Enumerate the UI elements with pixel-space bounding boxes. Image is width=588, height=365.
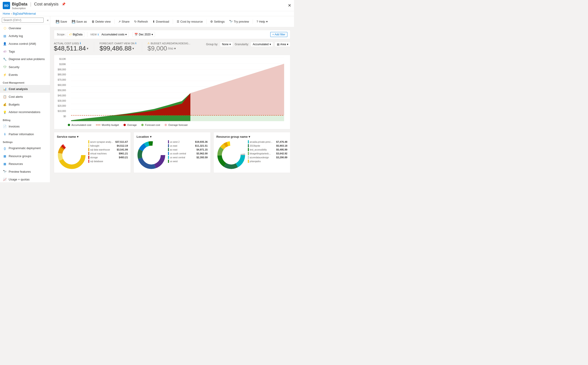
budget-per-month: /mo	[168, 47, 173, 50]
overage-forecast-dot	[164, 124, 167, 126]
date-chevron-icon: ▾	[151, 33, 153, 36]
sidebar-item-security[interactable]: 🛡 Security	[0, 63, 50, 71]
sidebar-label-resources: Resources	[9, 162, 23, 166]
filter-bar: Scope : 🏷 BigData VIEW ℹ Accumulated cos…	[54, 30, 290, 39]
chart-legend: Accumulated cost Monthly budget Overage …	[68, 124, 287, 126]
sidebar-item-invoices[interactable]: 📄 Invoices	[0, 122, 50, 130]
sidebar-item-advisor[interactable]: 💡 Advisor recommendations	[0, 108, 50, 116]
y-label: $100K	[59, 63, 66, 66]
sidebar-item-usage[interactable]: 📈 Usage + quotas	[0, 175, 50, 182]
group-by-chevron-icon: ▾	[229, 43, 231, 46]
settings-icon: ⚙	[210, 20, 213, 23]
group-by-value: None	[222, 43, 229, 46]
sidebar-label-diagnose: Diagnose and solve problems	[9, 57, 45, 61]
sidebar-item-partner[interactable]: ℹ Partner information	[0, 130, 50, 138]
sidebar-item-resources[interactable]: ▦ Resources	[0, 160, 50, 168]
sidebar-section-billing: Billing	[0, 116, 50, 122]
refresh-button[interactable]: ↻ Refresh	[132, 19, 150, 24]
granularity-button[interactable]: Accumulated ▾	[251, 42, 273, 47]
programmatic-icon: {}	[3, 146, 7, 150]
page-title: Cost analysis	[34, 2, 58, 7]
download-button[interactable]: ⬇ Download	[151, 19, 171, 24]
help-button[interactable]: ? Help ▾	[255, 19, 270, 24]
actual-cost-value: $48,511.84	[54, 45, 86, 52]
filter-view-section: VIEW ℹ Accumulated costs ▾	[90, 32, 129, 37]
security-icon: 🛡	[3, 65, 7, 69]
add-filter-button[interactable]: + Add filter	[270, 32, 287, 37]
search-input[interactable]	[2, 18, 44, 23]
budget-chevron-icon[interactable]: ▾	[174, 47, 176, 50]
area-button[interactable]: ▤ Area ▾	[275, 42, 290, 47]
close-button[interactable]: ✕	[288, 3, 291, 8]
sidebar-item-tags[interactable]: 🏷 Tags	[0, 48, 50, 55]
breadcrumb-home[interactable]: Home	[3, 12, 10, 15]
sidebar-label-iam: Access control (IAM)	[9, 42, 36, 45]
forecast-cost-dot	[141, 124, 144, 126]
sidebar-item-cost-analysis[interactable]: 📊 Cost analysis	[0, 85, 50, 93]
resource-group-donut: Resource group name ▾	[213, 132, 290, 173]
pin-icon[interactable]: 📌	[62, 2, 66, 6]
actual-cost-chevron-icon[interactable]: ▾	[87, 47, 88, 50]
resources-icon: ▦	[3, 162, 7, 166]
cost-resource-icon: ☰	[177, 20, 179, 23]
svg-point-46	[142, 146, 161, 164]
view-dropdown-button[interactable]: Accumulated costs ▾	[100, 32, 129, 37]
location-chevron-icon: ▾	[150, 135, 151, 138]
date-filter-button[interactable]: 📅 Dec 2020 ▾	[132, 32, 155, 37]
sidebar-item-events[interactable]: ⚡ Events	[0, 71, 50, 78]
preview-icon: 🔭	[3, 169, 7, 174]
sidebar-item-cost-alerts[interactable]: 📋 Cost alerts	[0, 93, 50, 100]
area-label: Area	[280, 43, 286, 46]
scope-icon: 🏷	[69, 33, 72, 36]
settings-button[interactable]: ⚙ Settings	[208, 19, 226, 24]
breadcrumb: Home › BigDataPMInternal	[0, 11, 294, 16]
service-chevron-icon: ▾	[77, 135, 79, 138]
sidebar-item-resource-groups[interactable]: ▦ Resource groups	[0, 152, 50, 160]
toolbar-separator-2	[173, 19, 173, 24]
invoices-icon: 📄	[3, 124, 7, 128]
sidebar-item-activity-log[interactable]: ▤ Activity log	[0, 32, 50, 40]
sidebar-item-diagnose[interactable]: 🔧 Diagnose and solve problems	[0, 55, 50, 63]
toolbar-separator-1	[114, 19, 115, 24]
sidebar-item-preview[interactable]: 🔭 Preview features	[0, 168, 50, 175]
refresh-icon: ↻	[134, 20, 137, 23]
scope-value-button[interactable]: 🏷 BigData	[67, 32, 85, 37]
y-label: $30,000	[58, 100, 66, 102]
group-by-button[interactable]: None ▾	[220, 42, 233, 47]
donuts-row: Service name ▾	[54, 132, 290, 173]
svg-point-55	[222, 146, 240, 164]
cost-by-resource-button[interactable]: ☰ Cost by resource	[175, 19, 205, 24]
sidebar-label-programmatic: Programmatic deployment	[9, 147, 41, 150]
sidebar-collapse-btn[interactable]: «	[45, 17, 50, 23]
view-value-text: Accumulated costs	[102, 33, 125, 36]
save-as-button[interactable]: 💾 Save as	[70, 19, 89, 24]
forecast-chevron-icon[interactable]: ▾	[132, 47, 134, 50]
delete-view-button[interactable]: 🗑 Delete view	[90, 19, 113, 24]
location-legend: us west 2$19,935.36 us east$11,321.51 ao…	[168, 140, 207, 163]
resource-group-title[interactable]: Resource group name ▾	[216, 135, 287, 138]
y-label: $10,000	[58, 110, 66, 112]
sidebar-item-overview[interactable]: ⬡ Overview	[0, 24, 50, 32]
sidebar-label-usage: Usage + quotas	[9, 178, 29, 181]
sidebar-label-cost-analysis: Cost analysis	[9, 87, 28, 91]
usage-icon: 📈	[3, 177, 7, 181]
partner-icon: ℹ	[3, 132, 7, 136]
service-name-title[interactable]: Service name ▾	[57, 135, 128, 138]
calendar-icon: 📅	[134, 33, 138, 36]
legend-monthly-budget: Monthly budget	[96, 124, 119, 126]
location-title[interactable]: Location ▾	[137, 135, 207, 138]
sidebar-label-activity-log: Activity log	[9, 34, 23, 38]
sidebar-item-iam[interactable]: 👤 Access control (IAM)	[0, 40, 50, 48]
sidebar-item-budgets[interactable]: 💰 Budgets	[0, 100, 50, 108]
save-button[interactable]: 💾 Save	[54, 19, 69, 24]
try-preview-button[interactable]: 🔭 Try preview	[227, 19, 251, 24]
sidebar-item-programmatic[interactable]: {} Programmatic deployment	[0, 144, 50, 152]
resource-group-legend: arcadia-private-previ...$7,476.48 2019iq…	[248, 140, 287, 163]
share-button[interactable]: ↗ Share	[116, 19, 131, 24]
svg-marker-15	[190, 64, 284, 115]
sidebar-label-security: Security	[9, 65, 19, 69]
breadcrumb-subscription[interactable]: BigDataPMInternal	[13, 12, 36, 15]
y-label: $50,000	[58, 89, 66, 91]
area-chevron-icon: ▾	[287, 43, 288, 46]
share-icon: ↗	[118, 20, 121, 23]
